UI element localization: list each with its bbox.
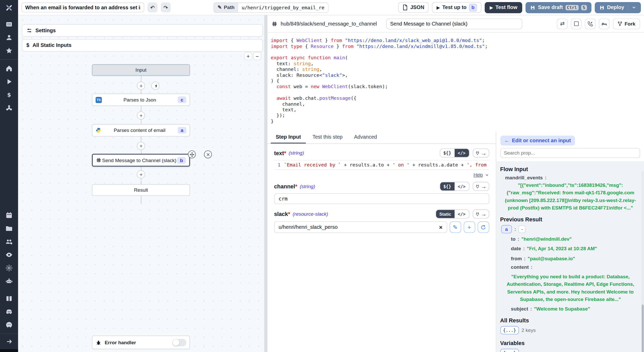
refresh-resource-button[interactable] xyxy=(478,221,489,233)
home-icon[interactable] xyxy=(5,65,13,72)
trigger-lightning-button[interactable] xyxy=(151,82,159,90)
deploy-button[interactable]: Deploy xyxy=(595,2,641,13)
result-value-subject[interactable]: "Welcome to Supabase" xyxy=(534,306,590,312)
all-static-inputs-button[interactable]: $ All Static Inputs xyxy=(22,39,263,52)
add-resource-button[interactable]: + xyxy=(463,221,475,233)
error-handler-toggle[interactable] xyxy=(172,339,186,346)
github-icon[interactable] xyxy=(5,321,13,329)
edit-resource-button[interactable]: ✎ xyxy=(450,221,461,233)
all-results-object-chip[interactable]: {...} xyxy=(500,326,519,334)
result-value-date[interactable]: "Fri, Apr 14, 2023 at 10:28 AM" xyxy=(527,246,597,252)
interpolate-mode-button[interactable]: ${} xyxy=(440,182,454,190)
interpolate-mode-button[interactable]: ${} xyxy=(440,149,454,157)
save-draft-button[interactable]: Save draft Ctrl S xyxy=(526,2,591,13)
resources-icon[interactable] xyxy=(5,104,13,112)
move-node-button[interactable] xyxy=(188,150,196,158)
static-mode-button[interactable]: Static xyxy=(436,210,454,218)
topbar-actions: JSON ▶ Test up to b ▶ Test flow Save dra… xyxy=(398,2,641,13)
undo-button[interactable]: ↶ xyxy=(148,3,157,12)
flow-title-input[interactable] xyxy=(21,3,144,12)
step-summary-input[interactable] xyxy=(386,18,522,29)
result-row-content[interactable]: content: xyxy=(511,264,638,270)
node-input[interactable]: Input xyxy=(92,64,190,76)
fork-button[interactable]: Fork xyxy=(613,18,640,29)
variables-icon[interactable]: $ xyxy=(5,91,13,99)
node-badge: b xyxy=(177,157,186,164)
docs-icon[interactable] xyxy=(5,295,13,302)
node-parses-content[interactable]: Parses content of email a xyxy=(92,124,190,137)
groups-icon[interactable] xyxy=(5,238,13,245)
test-up-to-button[interactable]: ▶ Test up to b xyxy=(432,2,482,13)
audit-logs-icon[interactable] xyxy=(5,251,13,258)
result-row-date[interactable]: date:"Fri, Apr 14, 2023 at 10:28 AM" xyxy=(511,245,638,253)
discord-icon[interactable] xyxy=(5,308,13,315)
collapse-button[interactable]: - xyxy=(519,225,526,233)
result-row-subject[interactable]: subject:"Welcome to Supabase" xyxy=(511,305,638,313)
channel-input[interactable] xyxy=(274,193,489,204)
play-icon: ▶ xyxy=(490,5,493,10)
add-step-button[interactable]: + xyxy=(137,170,145,179)
slack-resource-input[interactable] xyxy=(278,224,438,231)
expand-sidebar-button[interactable] xyxy=(0,333,18,349)
workers-icon[interactable] xyxy=(5,277,13,285)
zoom-out-button[interactable]: − xyxy=(253,52,261,60)
result-row-from[interactable]: from:"paul@supabase.io" xyxy=(511,255,638,262)
node-result[interactable]: Result xyxy=(92,184,190,196)
tab-step-input[interactable]: Step Input xyxy=(271,131,306,143)
expression-token: + results.a.to + xyxy=(341,162,392,168)
result-value-to[interactable]: "henri@windmill.dev" xyxy=(521,236,572,242)
node-send-message-selected[interactable]: Send Message to Channel (slack) b xyxy=(92,154,190,167)
kbd-s: S xyxy=(581,5,587,10)
tab-advanced[interactable]: Advanced xyxy=(349,131,382,143)
flow-input-value[interactable]: "[{"event":"inbound","ts":1683819426,"ms… xyxy=(500,181,638,212)
windmill-logo-icon[interactable] xyxy=(0,0,18,16)
tab-test-this-step[interactable]: Test this step xyxy=(308,131,348,143)
apps-icon[interactable] xyxy=(5,21,13,28)
text-expression-editor[interactable]: 1 `Email received by ` + results.a.to + … xyxy=(274,160,489,170)
help-link[interactable]: Help xyxy=(473,172,483,177)
redo-button[interactable]: ↷ xyxy=(161,3,171,12)
error-handler-node[interactable]: Error handler xyxy=(92,336,190,349)
edit-or-connect-button[interactable]: ← Edit or connect an input xyxy=(500,136,575,145)
connect-input-button[interactable]: → xyxy=(472,209,489,219)
add-step-button[interactable]: + xyxy=(137,111,145,120)
hub-script-path[interactable]: hub/849/slack/send_message_to_channel xyxy=(281,21,377,27)
search-prop-input[interactable] xyxy=(500,148,640,158)
code-editor[interactable]: import { WebClient } from "https://deno.… xyxy=(267,32,644,131)
javascript-mode-button[interactable]: </> xyxy=(454,149,469,157)
flow-settings-button[interactable]: Settings xyxy=(22,24,263,37)
schedules-icon[interactable] xyxy=(5,211,13,219)
slack-icon xyxy=(96,157,101,163)
connect-input-button[interactable]: → xyxy=(472,182,489,191)
json-button[interactable]: JSON xyxy=(398,2,429,13)
result-a-chip[interactable]: a xyxy=(501,225,512,233)
runs-icon[interactable] xyxy=(5,78,13,85)
zoom-in-button[interactable]: + xyxy=(244,52,252,60)
node-parses-to-json[interactable]: TS Parses to Json c xyxy=(92,94,190,106)
reload-script-button[interactable]: ⇄ xyxy=(557,18,568,29)
settings-icon[interactable] xyxy=(5,264,13,272)
result-value-from[interactable]: "paul@supabase.io" xyxy=(528,256,575,261)
user-icon[interactable] xyxy=(5,34,13,41)
test-flow-button[interactable]: ▶ Test flow xyxy=(485,2,522,13)
javascript-mode-button[interactable]: </> xyxy=(454,182,469,190)
path-input[interactable] xyxy=(238,3,328,12)
result-row-to[interactable]: to:"henri@windmill.dev" xyxy=(511,236,638,243)
javascript-mode-button[interactable]: </> xyxy=(454,210,469,218)
add-step-button[interactable]: + xyxy=(137,82,145,90)
sidebar-scrollbar-thumb[interactable] xyxy=(641,305,643,352)
result-value-content[interactable]: "Everything you need to build a product:… xyxy=(500,272,638,303)
diff-panel-button[interactable] xyxy=(599,18,610,29)
favorites-icon[interactable] xyxy=(5,47,13,54)
clear-resource-button[interactable]: × xyxy=(438,224,443,231)
variables-object-chip[interactable]: {...} xyxy=(500,349,519,352)
expand-editor-button[interactable] xyxy=(571,18,582,29)
flow-input-key-row[interactable]: mandrill_events: xyxy=(505,175,638,180)
path-chip[interactable]: ✎ Path xyxy=(214,3,238,12)
add-step-button[interactable]: + xyxy=(137,142,145,150)
folders-icon[interactable] xyxy=(5,225,13,232)
connect-input-button[interactable]: → xyxy=(472,148,489,157)
webhook-call-button[interactable] xyxy=(585,18,596,29)
panel-resizer[interactable] xyxy=(264,15,268,352)
delete-node-button[interactable] xyxy=(204,150,212,158)
